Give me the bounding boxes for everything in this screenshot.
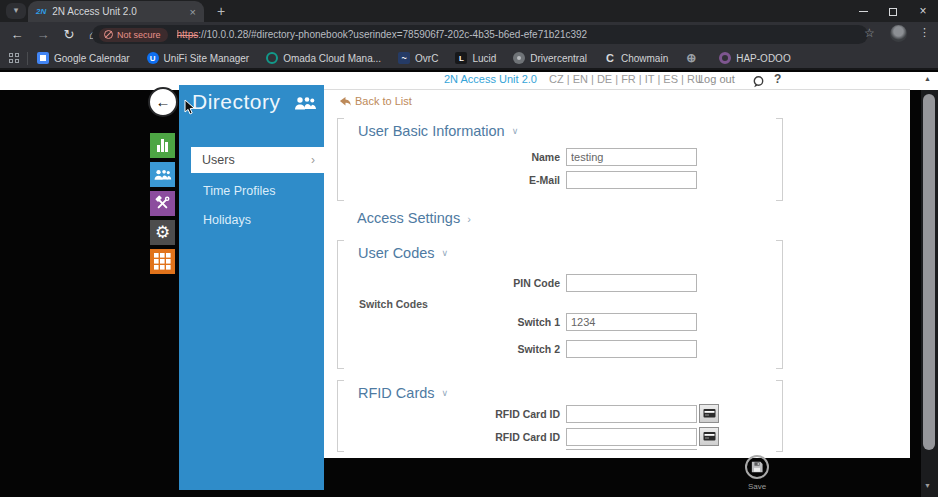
hap-odoo-icon xyxy=(719,52,731,64)
rfid-card-id-input-1[interactable] xyxy=(566,405,697,423)
scrollbar-track[interactable]: ▼ xyxy=(921,90,938,497)
pin-code-label: PIN Code xyxy=(370,277,560,289)
url-scheme: https xyxy=(177,29,199,40)
reload-icon[interactable]: ↻ xyxy=(60,26,78,44)
sidebar-tile-hardware[interactable] xyxy=(150,191,175,216)
tab-close-icon[interactable]: × xyxy=(190,6,196,18)
drivercentral-icon xyxy=(513,52,525,64)
gear-icon: ⚙ xyxy=(155,222,170,243)
not-secure-badge[interactable]: Not secure xyxy=(99,28,168,42)
lucid-icon: L xyxy=(455,52,467,64)
switch2-input[interactable] xyxy=(566,340,697,358)
back-nav-icon[interactable]: ← xyxy=(8,26,26,44)
tab-strip: ▾ 2N 2N Access Unit 2.0 × + × xyxy=(0,0,938,22)
card-icon xyxy=(703,431,716,442)
chat-bubble-icon[interactable] xyxy=(752,74,765,92)
menu-item-time-profiles[interactable]: Time Profiles xyxy=(203,184,275,198)
browser-menu-icon[interactable]: ⋮ xyxy=(919,26,930,39)
back-to-list-link[interactable]: Back to List xyxy=(339,95,412,107)
bookmark-unifi[interactable]: UUniFi Site Manager xyxy=(147,52,250,64)
name-label: Name xyxy=(370,151,560,163)
sidebar-tile-status[interactable] xyxy=(150,133,175,158)
pin-code-input[interactable] xyxy=(566,274,697,292)
switch-codes-label: Switch Codes xyxy=(359,298,428,310)
log-out-link[interactable]: Log out xyxy=(698,73,735,85)
section-access-settings[interactable]: Access Settings› xyxy=(357,210,471,226)
window-restore-button[interactable] xyxy=(878,0,908,22)
caret-down-icon: ∨ xyxy=(442,248,449,258)
bookmark-ovrc[interactable]: ~OvrC xyxy=(398,52,438,64)
card-icon xyxy=(703,408,716,419)
switch2-label: Switch 2 xyxy=(370,343,560,355)
tools-icon xyxy=(154,195,171,212)
rfid-card-id-input-3-partial[interactable] xyxy=(566,449,697,452)
rfid-card-id-label: RFID Card ID xyxy=(370,408,560,420)
mouse-cursor xyxy=(184,99,195,119)
apps-grid-icon[interactable] xyxy=(9,53,19,63)
section-title[interactable]: User Codes∨ xyxy=(358,245,448,261)
sidebar-tile-modules[interactable] xyxy=(150,249,175,274)
page-background: 2N Access Unit 2.0 CZ | EN | DE | FR | I… xyxy=(0,70,938,497)
scroll-up-icon[interactable]: ▲ xyxy=(924,75,931,82)
not-secure-icon xyxy=(104,30,113,39)
globe-icon: ⊕ xyxy=(685,52,697,64)
switch1-input[interactable] xyxy=(566,313,697,331)
card-reader-button-1[interactable] xyxy=(699,404,719,423)
not-secure-label: Not secure xyxy=(117,30,161,40)
save-button-label: Save xyxy=(741,482,773,491)
bookmark-drivercentral[interactable]: Drivercentral xyxy=(513,52,587,64)
bookmark-chowmain[interactable]: CChowmain xyxy=(604,52,668,64)
unifi-icon: U xyxy=(147,52,159,64)
window-close-button[interactable]: × xyxy=(908,0,938,22)
sidebar-tile-directory[interactable] xyxy=(150,162,175,187)
help-icon[interactable]: ? xyxy=(774,72,781,86)
menu-item-users[interactable]: Users › xyxy=(191,147,324,173)
url-text: https://10.0.0.28/#directory-phonebook?u… xyxy=(177,29,588,40)
card-reader-button-2[interactable] xyxy=(699,427,719,446)
rfid-card-id-input-2[interactable] xyxy=(566,428,697,446)
section-title[interactable]: RFID Cards∨ xyxy=(358,385,448,401)
directory-panel: Directory Users › Time Profiles Holidays xyxy=(179,85,324,490)
bookmark-lucid[interactable]: LLucid xyxy=(455,52,496,64)
address-bar[interactable]: Not secure https://10.0.0.28/#directory-… xyxy=(92,25,868,44)
screen: ▾ 2N 2N Access Unit 2.0 × + × ← → ↻ ⌂ No… xyxy=(0,0,938,497)
window-minimize-button[interactable] xyxy=(848,0,878,22)
bookmark-globe[interactable]: ⊕ xyxy=(685,52,702,64)
header-divider xyxy=(324,89,910,90)
chevron-right-icon: › xyxy=(467,213,471,225)
email-input[interactable] xyxy=(566,171,697,189)
grid-icon xyxy=(154,253,171,270)
bookmark-omada[interactable]: Omada Cloud Mana... xyxy=(266,52,381,64)
bookmark-star-icon[interactable]: ☆ xyxy=(864,26,875,40)
forward-nav-icon[interactable]: → xyxy=(34,26,52,44)
name-input[interactable] xyxy=(566,148,697,166)
sidebar-tile-system[interactable]: ⚙ xyxy=(150,220,175,245)
switch1-label: Switch 1 xyxy=(370,316,560,328)
floppy-icon xyxy=(751,461,763,473)
menu-item-holidays[interactable]: Holidays xyxy=(203,213,251,227)
tab-search-button[interactable]: ▾ xyxy=(6,3,26,19)
new-tab-button[interactable]: + xyxy=(212,3,230,21)
chowmain-icon: C xyxy=(604,52,616,64)
calendar-icon xyxy=(37,52,49,64)
bookmark-hap-odoo[interactable]: HAP-ODOO xyxy=(719,52,790,64)
save-button[interactable] xyxy=(745,455,769,479)
section-title[interactable]: User Basic Information∨ xyxy=(358,123,518,139)
tab-title: 2N Access Unit 2.0 xyxy=(52,6,183,17)
scrollbar-thumb[interactable] xyxy=(923,94,935,450)
profile-avatar[interactable] xyxy=(890,25,907,42)
language-switcher[interactable]: CZ | EN | DE | FR | IT | ES | RU xyxy=(549,73,703,85)
bookmark-google-calendar[interactable]: Google Calendar xyxy=(37,52,130,64)
back-arrow-icon xyxy=(339,96,351,107)
browser-tab[interactable]: 2N 2N Access Unit 2.0 × xyxy=(28,1,204,22)
back-circle-button[interactable]: ← xyxy=(148,87,178,117)
chevron-right-icon: › xyxy=(311,153,315,167)
caret-down-icon: ∨ xyxy=(442,388,449,398)
tab-favicon-2n: 2N xyxy=(36,7,46,16)
omada-icon xyxy=(266,52,278,64)
product-title: 2N Access Unit 2.0 xyxy=(444,73,537,85)
bookmarks-bar: Google Calendar UUniFi Site Manager Omad… xyxy=(0,48,938,70)
ovrc-icon: ~ xyxy=(398,52,410,64)
rfid-card-id-label: RFID Card ID xyxy=(370,431,560,443)
scroll-down-icon[interactable]: ▼ xyxy=(924,482,931,489)
